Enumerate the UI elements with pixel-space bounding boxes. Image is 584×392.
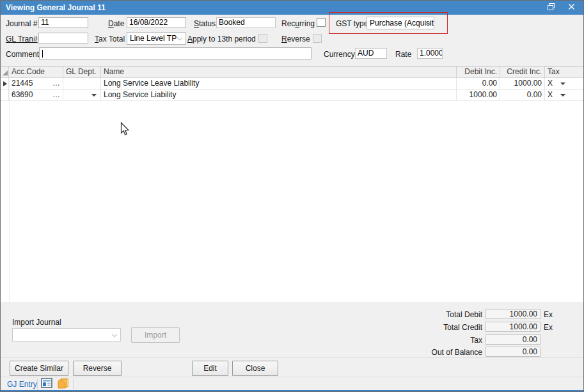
total-debit-suffix: Ex: [544, 310, 553, 319]
out-of-balance-label: Out of Balance: [397, 348, 482, 357]
gl-tran-label: GL Tran#: [6, 35, 38, 43]
cell-tax[interactable]: X: [545, 90, 584, 101]
tax-amount-field: 0.00: [485, 334, 541, 345]
edit-button[interactable]: Edit: [192, 361, 228, 376]
cell-credit[interactable]: 1000.00: [500, 78, 545, 90]
gst-type-dropdown[interactable]: Purchase (Acquisitio: [367, 17, 434, 29]
recurring-checkbox[interactable]: [317, 18, 326, 27]
window-title: Viewing General Journal 11: [6, 3, 106, 12]
gl-tran-field[interactable]: [38, 33, 88, 43]
form-view-icon: [41, 378, 52, 390]
status-label: Status: [194, 19, 216, 28]
date-label: Date: [108, 19, 124, 28]
acc-code-lookup-button[interactable]: …: [52, 78, 60, 88]
column-header-credit[interactable]: Credit Inc.: [500, 67, 545, 78]
comment-field[interactable]: [39, 47, 312, 59]
reverse-label: Reverse: [281, 35, 310, 43]
total-credit-label: Total Credit: [397, 323, 482, 332]
acc-code-lookup-button[interactable]: …: [52, 90, 60, 100]
reverse-checkbox: [313, 34, 322, 43]
cell-gl-dept[interactable]: [63, 90, 101, 101]
import-button: Import: [131, 327, 180, 343]
column-header-acc-code[interactable]: Acc.Code: [9, 67, 63, 78]
chevron-down-icon: [177, 35, 182, 40]
tax-dropdown-arrow-icon[interactable]: [560, 94, 565, 97]
chevron-down-icon: [112, 332, 117, 337]
apply-13th-period-checkbox: [258, 34, 267, 43]
create-similar-button[interactable]: Create Similar: [10, 361, 68, 376]
row-indicator-column-line: [9, 78, 10, 302]
column-header-gl-dept[interactable]: GL Dept.: [63, 67, 101, 78]
tax-total-label: Tax Total: [95, 35, 125, 43]
gst-type-value: Purchase (Acquisitio: [370, 19, 434, 27]
total-debit-label: Total Debit: [397, 310, 482, 319]
copy-documents-icon: [57, 378, 70, 391]
divider: [73, 379, 74, 389]
text-caret: [42, 50, 43, 58]
tab-gj-entry[interactable]: GJ Entry: [7, 380, 37, 389]
gst-type-label: GST type: [336, 19, 368, 28]
divider: [1, 357, 584, 358]
total-credit-suffix: Ex: [544, 323, 553, 332]
grid-select-all-corner[interactable]: [1, 67, 9, 78]
close-window-button[interactable]: [561, 1, 581, 15]
reverse-button[interactable]: Reverse: [73, 361, 122, 376]
rate-field: 1.0000: [417, 48, 443, 59]
gl-dept-dropdown-arrow-icon[interactable]: [91, 94, 97, 97]
cell-acc-code[interactable]: 21445 …: [9, 78, 63, 90]
total-credit-field: 1000.00: [485, 322, 541, 332]
tax-total-amount-label: Tax: [397, 336, 482, 345]
apply-13th-period-label: Apply to 13th period: [187, 35, 256, 43]
restore-icon: [547, 3, 555, 13]
cell-debit[interactable]: 0.00: [457, 78, 500, 90]
cell-credit[interactable]: 0.00: [500, 90, 545, 101]
total-debit-field: 1000.00: [485, 309, 541, 319]
date-field[interactable]: 16/08/2022: [127, 17, 186, 28]
divider: [37, 379, 38, 389]
status-bar: GJ Entry: [1, 377, 584, 391]
recurring-label: Recurring: [281, 19, 315, 28]
journal-lines-grid: Acc.Code GL Dept. Name Debit Inc. Credit…: [1, 66, 584, 302]
out-of-balance-field: 0.00: [485, 347, 541, 357]
cell-tax[interactable]: X: [545, 78, 584, 90]
close-icon: [568, 3, 575, 12]
journal-number-label: Journal #: [6, 19, 37, 28]
general-journal-dialog: Viewing General Journal 11 Journal # 11 …: [0, 0, 584, 392]
current-row-arrow-icon: [3, 81, 7, 86]
currency-label: Currency: [324, 50, 355, 59]
journal-number-field[interactable]: 11: [38, 17, 88, 28]
table-row[interactable]: 63690 … Long Service Liability 1000.00 0…: [1, 90, 584, 101]
import-journal-dropdown[interactable]: [12, 328, 121, 341]
form-view-button[interactable]: [39, 378, 54, 390]
cell-name[interactable]: Long Service Leave Liability: [101, 78, 457, 90]
sort-corner-icon: [3, 70, 8, 75]
cell-gl-dept[interactable]: [63, 78, 101, 90]
tax-dropdown-arrow-icon[interactable]: [560, 82, 565, 85]
title-bar: Viewing General Journal 11: [1, 1, 583, 15]
rate-label: Rate: [395, 50, 411, 59]
table-row[interactable]: 21445 … Long Service Leave Liability 0.0…: [1, 78, 584, 90]
close-button[interactable]: Close: [232, 361, 278, 376]
cell-debit[interactable]: 1000.00: [457, 90, 500, 101]
row-indicator: [1, 78, 9, 90]
restore-button[interactable]: [542, 1, 560, 15]
comment-label: Comment: [6, 50, 39, 59]
grid-header-row: Acc.Code GL Dept. Name Debit Inc. Credit…: [1, 67, 584, 78]
row-indicator: [1, 90, 9, 101]
copy-documents-button[interactable]: [56, 378, 71, 390]
cell-acc-code[interactable]: 63690 …: [9, 90, 63, 101]
cell-name[interactable]: Long Service Liability: [101, 90, 457, 101]
column-header-tax[interactable]: Tax: [545, 67, 584, 78]
tax-total-dropdown[interactable]: Line Level TP: [127, 32, 186, 45]
column-header-name[interactable]: Name: [101, 67, 457, 78]
column-header-debit[interactable]: Debit Inc.: [457, 67, 500, 78]
import-journal-label: Import Journal: [12, 318, 61, 327]
status-field: Booked: [216, 17, 276, 28]
tax-total-value: Line Level TP: [130, 34, 177, 43]
currency-field: AUD: [355, 48, 387, 59]
